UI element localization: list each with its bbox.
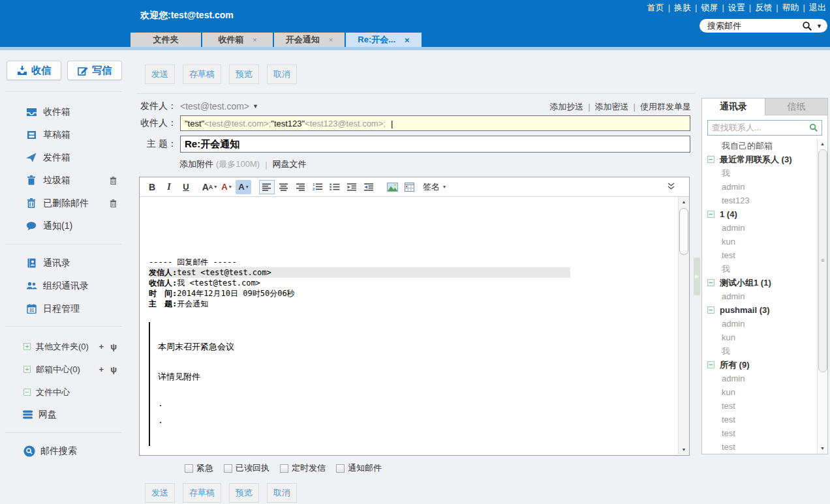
subject-field[interactable]: Re:开会通知	[180, 136, 690, 153]
compose-mail-button[interactable]: 写信	[67, 61, 122, 80]
tab-folders[interactable]: 文件夹	[131, 33, 201, 47]
collapse-minus-icon[interactable]: −	[707, 211, 715, 218]
mass-send-link[interactable]: 使用群发单显	[640, 102, 691, 111]
close-icon[interactable]: ×	[329, 36, 333, 44]
empty-trash-icon[interactable]	[110, 200, 117, 207]
font-size-button[interactable]: AA▾	[202, 180, 217, 194]
indent-button[interactable]	[344, 180, 360, 194]
checkbox-icon[interactable]	[224, 464, 232, 473]
add-attachment-link[interactable]: 添加附件	[179, 158, 213, 170]
cancel-button[interactable]: 取消	[267, 65, 297, 84]
checkbox-icon[interactable]	[185, 464, 193, 473]
to-field[interactable]: "test" <test@test.com>; "test123" <test1…	[180, 115, 690, 131]
cancel-button[interactable]: 取消	[267, 483, 297, 503]
pin-icon[interactable]: ψ	[110, 364, 117, 374]
nav-lock[interactable]: 锁屏	[701, 3, 728, 12]
save-draft-button[interactable]: 存草稿	[183, 65, 221, 84]
sidebar-item-calendar[interactable]: 31 日程管理	[0, 297, 127, 320]
contact-group[interactable]: −所有 (9)	[702, 358, 827, 372]
pin-icon[interactable]: ψ	[110, 342, 117, 351]
contact-group[interactable]: −最近常用联系人 (3)	[702, 153, 827, 166]
contact-item[interactable]: test	[702, 413, 827, 426]
contact-item[interactable]: kun	[702, 235, 827, 248]
nav-home[interactable]: 首页	[647, 3, 674, 12]
add-folder-icon[interactable]: +	[99, 342, 104, 351]
expand-plus-icon[interactable]: +	[23, 343, 31, 350]
contact-item[interactable]: 我	[702, 166, 827, 180]
tab-inbox[interactable]: 收件箱 ×	[202, 33, 273, 47]
search-icon[interactable]	[809, 123, 818, 132]
sidebar-item-inbox[interactable]: 收件箱	[0, 100, 127, 123]
nav-skin[interactable]: 换肤	[674, 3, 701, 12]
collapse-minus-icon[interactable]: −	[23, 389, 31, 396]
contact-search-input[interactable]: 查找联系人...	[707, 120, 822, 136]
align-right-button[interactable]	[293, 180, 309, 194]
tab-contacts[interactable]: 通讯录	[702, 98, 765, 115]
sidebar-item-junk[interactable]: 垃圾箱	[0, 169, 127, 192]
save-draft-button[interactable]: 存草稿	[183, 483, 221, 503]
contact-item[interactable]: 我	[702, 344, 827, 358]
contact-group[interactable]: −pushmail (3)	[702, 303, 827, 317]
tab-meeting-notice[interactable]: 开会通知 ×	[274, 33, 345, 47]
contact-item[interactable]: test123	[702, 194, 827, 207]
contact-own-mailbox[interactable]: 我自己的邮箱	[702, 139, 827, 153]
preview-button[interactable]: 预览	[229, 483, 259, 503]
more-tools-icon[interactable]	[668, 183, 675, 190]
contact-item[interactable]: test	[702, 426, 827, 440]
preview-button[interactable]: 预览	[229, 65, 259, 84]
search-dropdown-icon[interactable]: ▼	[816, 23, 822, 29]
sidebar-item-file-center[interactable]: − 文件中心	[0, 381, 127, 404]
search-icon[interactable]	[802, 21, 812, 31]
send-button[interactable]: 发送	[145, 483, 175, 503]
panel-collapse-handle[interactable]: ▶	[694, 258, 700, 295]
sidebar-item-drafts[interactable]: 草稿箱	[0, 123, 127, 146]
checkbox-icon[interactable]	[280, 464, 288, 473]
add-cc-link[interactable]: 添加抄送	[549, 102, 594, 111]
sidebar-item-mail-center[interactable]: + 邮箱中心(0) +ψ	[0, 358, 127, 381]
collapse-minus-icon[interactable]: −	[707, 361, 715, 368]
editor-body[interactable]: ----- 回复邮件 ----- 发信人:test <test@test.com…	[140, 197, 678, 454]
expand-plus-icon[interactable]: +	[23, 366, 31, 373]
bold-button[interactable]: B	[144, 180, 160, 194]
scrollbar-thumb[interactable]: ≡	[818, 149, 827, 372]
highlight-color-button[interactable]: A▾	[236, 180, 251, 194]
italic-button[interactable]: I	[161, 180, 177, 194]
scroll-up-icon[interactable]: ▲	[818, 139, 827, 149]
scroll-up-icon[interactable]: ▲	[679, 197, 689, 207]
unordered-list-button[interactable]	[327, 180, 343, 194]
sidebar-item-org-contacts[interactable]: 组织通讯录	[0, 274, 127, 297]
signature-button[interactable]: 签名▾	[423, 181, 446, 193]
read-receipt-checkbox[interactable]: 已读回执	[224, 462, 269, 474]
close-icon[interactable]: ×	[405, 35, 410, 45]
contact-item[interactable]: test	[702, 399, 827, 413]
receive-mail-button[interactable]: 收信	[7, 61, 61, 80]
contact-item[interactable]: admin	[702, 180, 827, 194]
netdisk-file-link[interactable]: 网盘文件	[273, 158, 307, 170]
font-color-button[interactable]: A▾	[219, 180, 234, 194]
sidebar-item-deleted[interactable]: 已删除邮件	[0, 192, 127, 215]
empty-trash-icon[interactable]	[110, 177, 117, 185]
sidebar-item-mail-search[interactable]: 邮件搜索	[0, 441, 127, 462]
contact-group[interactable]: −测试小组1 (1)	[702, 276, 827, 289]
collapse-minus-icon[interactable]: −	[707, 156, 715, 163]
scroll-down-icon[interactable]: ▼	[818, 443, 827, 453]
insert-image-button[interactable]	[384, 180, 400, 194]
nav-settings[interactable]: 设置	[728, 3, 755, 12]
scrollbar-thumb[interactable]	[679, 208, 688, 255]
nav-help[interactable]: 帮助	[782, 3, 809, 12]
from-dropdown-icon[interactable]: ▼	[253, 103, 258, 110]
sidebar-item-contacts[interactable]: 通讯录	[0, 252, 127, 274]
sidebar-item-other-folders[interactable]: + 其他文件夹(0) +ψ	[0, 335, 127, 358]
sidebar-item-sent[interactable]: 发件箱	[0, 146, 127, 169]
contact-item[interactable]: test	[702, 248, 827, 262]
align-left-button[interactable]	[259, 180, 275, 194]
urgent-checkbox[interactable]: 紧急	[185, 462, 213, 474]
contact-item[interactable]: admin	[702, 317, 827, 331]
add-folder-icon[interactable]: +	[99, 364, 104, 374]
contact-item[interactable]: kun	[702, 385, 827, 399]
sidebar-item-notifications[interactable]: 通知(1)	[0, 215, 127, 237]
scroll-down-icon[interactable]: ▼	[679, 445, 689, 454]
add-bcc-link[interactable]: 添加密送	[595, 102, 640, 111]
close-icon[interactable]: ×	[253, 36, 256, 44]
tab-stationery[interactable]: 信纸	[765, 98, 827, 115]
